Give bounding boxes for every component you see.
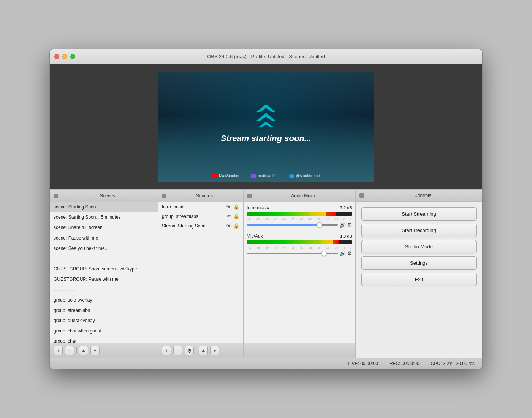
move-source-up-button[interactable] — [199, 346, 208, 355]
maximize-button[interactable] — [70, 54, 75, 59]
scenes-panel: Scenes scene: Starting Soon... scene: St… — [50, 190, 158, 358]
sources-list[interactable]: Intro music 👁 🔒 group: streamlabs 👁 🔒 St… — [158, 202, 243, 343]
controls-panel: Controls Start Streaming Start Recording… — [356, 190, 482, 358]
lock-icon[interactable]: 🔒 — [233, 213, 239, 219]
scene-item[interactable]: group: solo overlay — [50, 295, 158, 305]
svg-marker-1 — [256, 113, 276, 121]
down-arrow-icon — [213, 349, 217, 353]
source-icons: 👁 🔒 — [226, 223, 239, 229]
sources-footer: + − ⚙ — [158, 343, 243, 358]
move-scene-up-button[interactable] — [79, 346, 88, 355]
audio-settings-button[interactable]: ⚙ — [347, 222, 352, 228]
scene-item[interactable]: group: guest overlay — [50, 316, 158, 326]
source-settings-button[interactable]: ⚙ — [185, 346, 194, 355]
settings-button[interactable]: Settings — [361, 256, 477, 270]
controls-lock-icon — [359, 193, 364, 198]
audio-footer — [244, 343, 355, 358]
scene-divider: -------------- — [50, 285, 158, 295]
window-controls — [54, 54, 75, 59]
eye-icon[interactable]: 👁 — [226, 204, 231, 210]
svg-marker-6 — [213, 350, 216, 352]
add-scene-button[interactable]: + — [54, 346, 63, 355]
scene-item[interactable]: group: chat — [50, 336, 158, 343]
source-item[interactable]: group: streamlabs 👁 🔒 — [158, 211, 243, 221]
minimize-button[interactable] — [62, 54, 67, 59]
preview-canvas: Stream starting soon... MattStauffer mat… — [158, 72, 374, 182]
rec-timer: REC: 00:00:00 — [390, 361, 420, 366]
down-arrow-icon — [93, 349, 97, 353]
audio-db-value: -1.3 dB — [339, 234, 352, 238]
audio-lock-icon — [247, 194, 252, 198]
source-item[interactable]: Intro music 👁 🔒 — [158, 202, 243, 211]
volume-slider[interactable] — [247, 224, 338, 226]
social-twitter: @stauffermatt — [289, 174, 320, 178]
cpu-fps: CPU: 3.2%, 30.00 fps — [431, 361, 475, 366]
studio-mode-button[interactable]: Studio Mode — [361, 240, 477, 253]
remove-scene-button[interactable]: − — [65, 346, 74, 355]
audio-settings-button[interactable]: ⚙ — [347, 250, 352, 256]
volume-slider[interactable] — [247, 253, 338, 254]
remove-source-button[interactable]: − — [173, 346, 182, 355]
add-source-button[interactable]: + — [162, 346, 171, 355]
eye-icon[interactable]: 👁 — [226, 213, 231, 219]
volume-thumb[interactable] — [321, 251, 327, 256]
scene-item[interactable]: group: chat when guest — [50, 326, 158, 336]
social-bar: MattStauffer mattstauffer @stauffermatt — [212, 174, 320, 178]
obs-window: OBS 24.0.6 (mac) - Profile: Untitled - S… — [49, 49, 483, 369]
svg-marker-4 — [93, 350, 97, 352]
scene-item[interactable]: GUESTGROUP: Pause with me — [50, 274, 158, 284]
social-youtube: MattStauffer — [212, 174, 239, 178]
statusbar: LIVE: 00:00:00 REC: 00:00:00 CPU: 3.2%, … — [50, 358, 482, 369]
lock-icon[interactable]: 🔒 — [233, 204, 239, 210]
scene-item[interactable]: scene: Starting Soon... 5 minutes — [50, 212, 158, 223]
close-button[interactable] — [54, 54, 59, 59]
preview-area: Stream starting soon... MattStauffer mat… — [50, 64, 482, 189]
scene-item[interactable]: scene: Share full screen — [50, 223, 158, 233]
audio-controls-row: 🔊 ⚙ — [247, 250, 352, 256]
mute-button[interactable]: 🔊 — [339, 250, 346, 256]
audio-controls-row: 🔊 ⚙ — [247, 222, 352, 228]
audio-track-name: Mic/Aux — [247, 234, 263, 239]
audio-meter — [247, 240, 352, 244]
sources-header: Sources — [158, 190, 243, 202]
audio-track-mic: Mic/Aux -1.3 dB -60 -55 -50 — [244, 230, 355, 259]
source-icons: 👁 🔒 — [226, 213, 239, 219]
social-twitch: mattstauffer — [251, 174, 278, 178]
scene-item[interactable]: group: streamlabs — [50, 305, 158, 316]
meter-red — [326, 212, 336, 216]
scene-item[interactable]: scene: Pause with me — [50, 233, 158, 243]
volume-thumb[interactable] — [317, 222, 322, 227]
svg-marker-0 — [256, 104, 276, 112]
svg-marker-2 — [258, 122, 274, 127]
move-source-down-button[interactable] — [210, 346, 219, 355]
lock-icon[interactable]: 🔒 — [233, 223, 239, 229]
scene-item[interactable]: GUESTGROUP: Share screen - w/Skype — [50, 264, 158, 274]
meter-scale — [247, 240, 352, 244]
meter-scale — [247, 212, 352, 216]
twitch-icon — [251, 174, 256, 178]
scene-item[interactable]: scene: See you next time... — [50, 243, 158, 254]
controls-title: Controls — [367, 193, 478, 198]
mute-button[interactable]: 🔊 — [339, 222, 346, 228]
start-recording-button[interactable]: Start Recording — [361, 224, 477, 237]
exit-button[interactable]: Exit — [361, 273, 477, 286]
start-streaming-button[interactable]: Start Streaming — [361, 207, 477, 221]
eye-icon[interactable]: 👁 — [226, 223, 231, 229]
bottom-area: Scenes scene: Starting Soon... scene: St… — [50, 189, 482, 358]
move-scene-down-button[interactable] — [90, 346, 100, 355]
svg-marker-3 — [82, 349, 85, 352]
audio-db-value: -7.2 dB — [339, 205, 352, 210]
source-item[interactable]: Stream Starting Soon 👁 🔒 — [158, 221, 243, 230]
sources-title: Sources — [169, 193, 239, 199]
twitter-icon — [289, 174, 294, 178]
source-icons: 👁 🔒 — [226, 204, 239, 210]
scene-item[interactable]: scene: Starting Soon... — [50, 202, 158, 212]
meter-ticks: -60 -55 -50 -45 -40 -35 -30 -25 -20 -15 … — [247, 246, 352, 249]
meter-red — [333, 240, 339, 244]
titlebar: OBS 24.0.6 (mac) - Profile: Untitled - S… — [50, 49, 482, 64]
scenes-header: Scenes — [50, 190, 158, 202]
svg-marker-5 — [202, 349, 205, 352]
scenes-lock-icon — [54, 194, 58, 198]
youtube-icon — [212, 174, 217, 178]
scenes-list[interactable]: scene: Starting Soon... scene: Starting … — [50, 202, 158, 343]
